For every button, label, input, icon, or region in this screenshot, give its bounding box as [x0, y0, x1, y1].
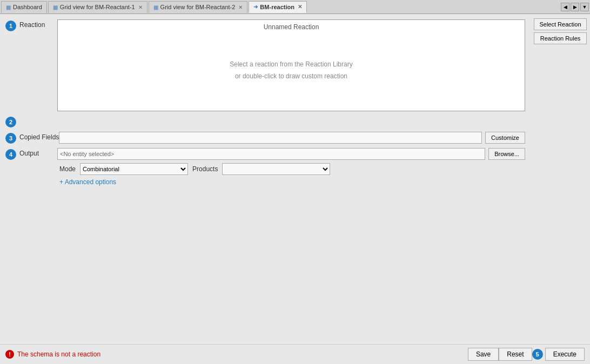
customize-button[interactable]: Customize	[485, 132, 525, 144]
tab-close-3[interactable]: ✕	[298, 4, 302, 10]
step2-badge: 2	[5, 117, 16, 127]
reaction-rules-button[interactable]: Reaction Rules	[534, 32, 587, 44]
output-path-row: Browse...	[57, 148, 525, 160]
execute-button[interactable]: Execute	[545, 348, 585, 361]
mode-row: Mode Combinatorial Exhaustive Random Pro…	[57, 163, 525, 175]
products-select[interactable]	[222, 163, 330, 175]
step4-content: Browse... Mode Combinatorial Exhaustive …	[57, 148, 525, 186]
step5-badge: 5	[532, 349, 543, 360]
tab-close-2[interactable]: ✕	[238, 4, 243, 10]
tab-scroll-down[interactable]: ▼	[580, 3, 589, 11]
execute-wrapper: 5 Execute	[532, 348, 585, 361]
tab-bm-reactant-1[interactable]: ▦ Grid view for BM-Reactant-1 ✕	[48, 1, 148, 13]
tab-bar: ▦ Dashboard ▦ Grid view for BM-Reactant-…	[0, 0, 590, 14]
main-container: 1 Reaction Unnamed Reaction Select a rea…	[0, 14, 590, 344]
products-label: Products	[192, 165, 218, 173]
step3-row: 3 Copied Fields Customize	[5, 132, 525, 144]
tab-scroll-left[interactable]: ◀	[561, 3, 569, 11]
tab-bm-reaction-label: BM-reaction	[260, 4, 294, 10]
step2-row: 2	[5, 116, 525, 127]
content-area: 1 Reaction Unnamed Reaction Select a rea…	[0, 14, 531, 344]
step1-row: 1 Reaction Unnamed Reaction Select a rea…	[5, 19, 525, 111]
reaction-box-body: Select a reaction from the Reaction Libr…	[58, 31, 525, 111]
reaction-title: Unnamed Reaction	[58, 20, 525, 31]
reaction-hint-line2: or double-click to draw custom reaction	[235, 72, 347, 80]
bottom-bar: ! The schema is not a reaction Save Rese…	[0, 344, 590, 364]
grid-icon-2: ▦	[153, 4, 158, 10]
copied-fields-row: Customize	[59, 132, 525, 144]
tab-dashboard-label: Dashboard	[13, 4, 42, 10]
tab-bm-reactant-2[interactable]: ▦ Grid view for BM-Reactant-2 ✕	[149, 1, 248, 13]
step4-row: 4 Output Browse... Mode Combinatorial Ex…	[5, 148, 525, 186]
tab-bm-reactant-2-label: Grid view for BM-Reactant-2	[160, 4, 236, 10]
browse-button[interactable]: Browse...	[488, 148, 525, 160]
error-icon: !	[5, 350, 14, 359]
error-text: The schema is not a reaction	[17, 350, 100, 358]
reaction-hint-line1: Select a reaction from the Reaction Libr…	[230, 60, 352, 68]
step4-label: Output	[19, 148, 57, 157]
copied-fields-input[interactable]	[59, 132, 482, 144]
mode-select[interactable]: Combinatorial Exhaustive Random	[80, 163, 188, 175]
tab-bar-arrows: ◀ ▶ ▼	[561, 3, 589, 11]
tab-close-1[interactable]: ✕	[138, 4, 143, 10]
arrow-icon: ➜	[253, 4, 258, 10]
save-button[interactable]: Save	[468, 348, 499, 361]
error-message: ! The schema is not a reaction	[5, 350, 100, 359]
mode-label: Mode	[59, 165, 76, 173]
tab-bm-reactant-1-label: Grid view for BM-Reactant-1	[60, 4, 135, 10]
advanced-options-link[interactable]: + Advanced options	[57, 178, 525, 186]
step3-label: Copied Fields	[19, 132, 59, 141]
select-reaction-button[interactable]: Select Reaction	[534, 18, 587, 30]
tab-bm-reaction[interactable]: ➜ BM-reaction ✕	[249, 1, 307, 13]
step1-badge: 1	[5, 21, 16, 31]
dashboard-icon: ▦	[6, 4, 11, 10]
step1-content: Unnamed Reaction Select a reaction from …	[57, 19, 525, 111]
step3-badge: 3	[5, 133, 16, 144]
grid-icon-1: ▦	[53, 4, 58, 10]
step3-content: Customize	[59, 132, 525, 144]
right-sidebar: Select Reaction Reaction Rules	[531, 14, 590, 344]
reaction-drawing-area[interactable]: Unnamed Reaction Select a reaction from …	[57, 19, 525, 111]
tab-scroll-right[interactable]: ▶	[571, 3, 579, 11]
step4-badge: 4	[5, 149, 16, 160]
output-path-input[interactable]	[57, 148, 485, 160]
reset-button[interactable]: Reset	[499, 348, 532, 361]
reaction-hint: Select a reaction from the Reaction Libr…	[230, 59, 352, 82]
step1-label: Reaction	[19, 19, 57, 29]
tab-dashboard[interactable]: ▦ Dashboard	[1, 1, 47, 13]
